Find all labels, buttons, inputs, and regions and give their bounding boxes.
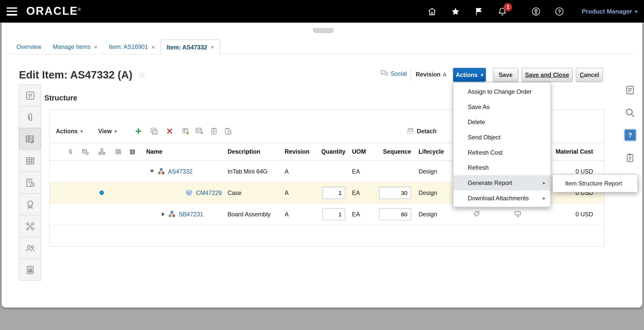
search-icon	[624, 107, 636, 118]
clipboard-icon	[624, 152, 636, 164]
tab-overview[interactable]: Overview	[11, 39, 47, 54]
copy-icon[interactable]	[209, 127, 218, 136]
section-title: Structure	[44, 94, 77, 102]
hamburger-menu-icon[interactable]	[7, 7, 17, 15]
close-icon[interactable]: ×	[151, 44, 155, 50]
monitor-icon[interactable]	[514, 210, 523, 218]
rail-item-quality[interactable]	[19, 193, 41, 215]
close-icon[interactable]: ×	[211, 44, 214, 50]
detach-button[interactable]: Detach	[406, 127, 437, 135]
menu-item-generate-report[interactable]: Generate Report ▸	[453, 175, 550, 190]
column-header-quantity[interactable]: Quantity	[319, 143, 349, 161]
sequence-input[interactable]	[379, 208, 411, 220]
rail-tasks[interactable]	[622, 152, 638, 175]
favorites-star-icon[interactable]	[451, 6, 461, 16]
tab-manage-items[interactable]: Manage Items ×	[47, 39, 103, 54]
rail-item-structure[interactable]	[19, 128, 41, 150]
menu-item-refresh[interactable]: Refresh	[453, 160, 550, 175]
column-header-sequence[interactable]: Sequence	[376, 143, 415, 161]
save-button[interactable]: Save	[493, 68, 518, 82]
price-tag-icon[interactable]	[473, 210, 481, 218]
menu-item-delete[interactable]: Delete	[453, 114, 550, 130]
item-sections-rail	[19, 85, 41, 281]
duplicate-icon[interactable]	[149, 127, 158, 136]
column-header-uom[interactable]: UOM	[349, 143, 376, 161]
rail-item-changes[interactable]	[19, 171, 41, 194]
item-link[interactable]: SB47231	[179, 211, 203, 217]
table-view-menu[interactable]: View ▾	[98, 128, 117, 135]
oracle-logo: ORACLE®	[26, 5, 81, 18]
rail-search[interactable]	[622, 107, 638, 130]
notes-icon	[624, 84, 636, 96]
svg-text:?: ?	[558, 8, 561, 14]
structure-grid-icon	[24, 134, 36, 145]
sequence-input[interactable]	[379, 187, 411, 199]
expand-node-icon[interactable]	[162, 212, 165, 216]
revision-label: Revision	[416, 71, 441, 78]
add-row-icon[interactable]	[134, 127, 143, 136]
rail-item-attachments[interactable]	[19, 106, 41, 128]
chevron-down-icon: ▾	[81, 129, 83, 134]
grid-column-icon[interactable]	[114, 148, 122, 155]
rail-help[interactable]: ?	[622, 129, 638, 152]
actions-menu: Assign to Change Order Save As Delete Se…	[453, 82, 551, 207]
quantity-input[interactable]	[323, 187, 345, 199]
column-header-lifecycle[interactable]: Lifecycle	[415, 143, 454, 161]
rail-item-where-used[interactable]	[19, 150, 41, 172]
divider	[411, 69, 411, 81]
structure-node-column-icon[interactable]	[97, 148, 106, 156]
actions-button[interactable]: Actions ▾	[453, 68, 486, 82]
page-header-collapse-handle[interactable]	[313, 28, 334, 33]
assembly-item-icon	[158, 168, 165, 175]
tab-item-as47332[interactable]: Item: AS47332 ×	[160, 39, 220, 55]
collapse-node-icon[interactable]	[150, 170, 154, 173]
close-icon[interactable]: ×	[94, 44, 97, 50]
accessibility-icon[interactable]	[531, 6, 541, 16]
menu-item-send-object[interactable]: Send Object	[453, 129, 550, 145]
column-header-revision[interactable]: Revision	[283, 143, 319, 161]
rail-item-relationships[interactable]	[19, 215, 41, 237]
user-menu[interactable]: Product Manager ▾	[582, 8, 637, 15]
item-link[interactable]: AS47332	[168, 168, 192, 175]
svg-text:!: !	[132, 150, 133, 154]
cancel-button[interactable]: Cancel	[576, 68, 603, 82]
social-link[interactable]: Social	[380, 70, 407, 77]
rail-item-teams[interactable]	[19, 237, 41, 259]
move-row-icon[interactable]	[195, 127, 204, 136]
attachments-column-icon[interactable]	[67, 148, 74, 155]
menu-item-save-as[interactable]: Save As	[453, 99, 550, 114]
generate-report-submenu: Item Structure Report	[552, 174, 638, 192]
network-icon	[24, 221, 36, 232]
menu-item-assign-to-change-order[interactable]: Assign to Change Order	[453, 84, 550, 99]
quantity-input[interactable]	[323, 208, 345, 220]
insert-component-icon[interactable]	[181, 127, 190, 136]
delete-icon[interactable]	[165, 127, 174, 136]
error-column-icon[interactable]: !	[129, 148, 136, 155]
paperclip-icon	[24, 112, 36, 123]
tab-item-as16901[interactable]: Item: AS16901 ×	[103, 39, 160, 54]
column-header-material-cost[interactable]: Material Cost	[547, 143, 594, 161]
notifications-bell-icon[interactable]: 1	[498, 6, 508, 16]
column-header-description[interactable]: Description	[228, 143, 283, 161]
rail-item-overview[interactable]	[19, 84, 41, 107]
menu-item-item-structure-report[interactable]: Item Structure Report	[553, 176, 637, 191]
watchlist-flag-icon[interactable]	[474, 6, 484, 16]
menu-item-download-attachments[interactable]: Download Attachments ▸	[453, 190, 550, 206]
home-icon[interactable]	[427, 6, 437, 16]
notification-count-badge[interactable]: 1	[504, 3, 512, 11]
column-header-name[interactable]: Name	[139, 143, 228, 161]
global-header: ORACLE® 1 ? Product Manager	[0, 0, 644, 23]
paste-icon[interactable]	[223, 127, 232, 136]
detach-icon	[406, 127, 414, 135]
rail-notes[interactable]	[622, 84, 638, 107]
item-link[interactable]: CM47229	[196, 189, 222, 196]
submenu-arrow-icon: ▸	[543, 180, 545, 186]
menu-item-refresh-cost[interactable]: Refresh Cost	[453, 145, 550, 160]
open-tabs-bar: Overview Manage Items × Item: AS16901 × …	[11, 39, 220, 54]
save-and-close-button[interactable]: Save and Close	[522, 68, 572, 82]
selected-row-indicator	[99, 190, 104, 195]
rail-item-costs[interactable]	[19, 259, 41, 281]
pending-changes-column-icon[interactable]	[81, 148, 89, 156]
help-icon[interactable]: ?	[555, 6, 565, 16]
table-actions-menu[interactable]: Actions ▾	[56, 128, 82, 135]
